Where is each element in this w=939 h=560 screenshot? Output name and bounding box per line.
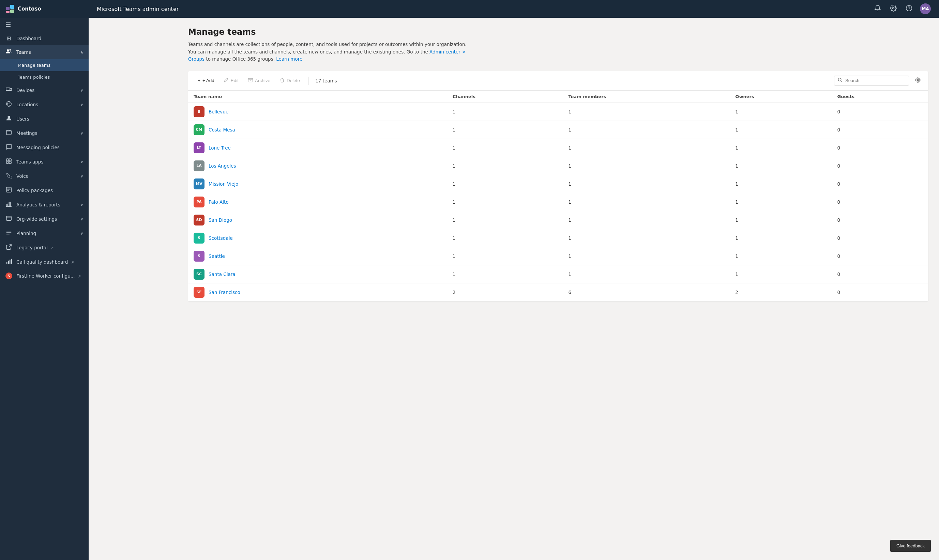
svg-rect-19 [6,162,9,163]
team-channels: 1 [447,247,563,265]
team-channels: 1 [447,265,563,283]
sidebar-label-dashboard: Dashboard [16,36,83,41]
app-logo: Contoso [5,4,41,14]
feedback-button[interactable]: Give feedback [890,540,931,552]
table-row: B Bellevue 1 1 1 0 [188,103,928,121]
page-desc-text1: Teams and channels are collections of pe… [188,42,467,54]
team-guests: 0 [832,121,928,138]
team-guests: 0 [832,138,928,157]
col-header-owners: Owners [730,91,832,103]
team-channels: 1 [447,103,563,121]
team-name-link[interactable]: Palo Alto [208,199,229,205]
user-avatar[interactable]: MA [920,3,931,14]
sidebar-label-legacy-portal: Legacy portal ↗ [16,245,83,250]
team-name-link[interactable]: Los Angeles [208,163,236,169]
sidebar-item-teams-apps[interactable]: Teams apps ∨ [0,155,89,169]
sidebar-label-devices: Devices [16,88,76,93]
team-members: 1 [563,229,730,247]
sidebar-item-call-quality[interactable]: Call quality dashboard ↗ [0,255,89,269]
sidebar-label-messaging-policies: Messaging policies [16,145,83,150]
team-members: 1 [563,175,730,193]
delete-button[interactable]: Delete [276,75,304,86]
sidebar-label-call-quality: Call quality dashboard ↗ [16,259,83,265]
sidebar-item-meetings[interactable]: Meetings ∨ [0,126,89,140]
learn-more-link[interactable]: Learn more [276,56,302,62]
team-name-link[interactable]: Seattle [208,254,225,259]
team-guests: 0 [832,193,928,211]
sidebar-item-voice[interactable]: Voice ∨ [0,169,89,183]
team-guests: 0 [832,247,928,265]
firstline-worker-ext-icon: ↗ [78,274,81,278]
team-members: 1 [563,193,730,211]
team-avatar: CM [194,124,205,135]
sidebar-item-firstline-worker[interactable]: S Firstline Worker configu... ↗ [0,269,89,283]
sidebar-label-locations: Locations [16,102,76,107]
org-settings-chevron-icon: ∨ [80,217,83,222]
team-members: 1 [563,157,730,175]
sidebar-item-teams[interactable]: Teams ∧ [0,45,89,59]
team-avatar: PA [194,197,205,208]
edit-label: Edit [231,78,239,83]
table-row: PA Palo Alto 1 1 1 0 [188,193,928,211]
sidebar-item-manage-teams[interactable]: Manage teams [0,59,89,71]
teams-table-container: + + Add Edit Archive Delete [188,71,928,302]
team-name-link[interactable]: Mission Viejo [208,181,238,187]
sidebar-item-users[interactable]: Users [0,112,89,126]
dashboard-icon: ⊞ [5,35,12,42]
sidebar-item-devices[interactable]: Devices ∨ [0,83,89,97]
col-header-team-name: Team name [188,91,447,103]
team-channels: 1 [447,211,563,229]
column-settings-button[interactable] [913,75,923,86]
sidebar-item-org-wide-settings[interactable]: Org-wide settings ∨ [0,212,89,226]
archive-button[interactable]: Archive [244,75,274,86]
teams-apps-icon [5,158,12,166]
notifications-button[interactable] [873,3,882,15]
svg-point-12 [8,116,10,118]
team-owners: 1 [730,265,832,283]
sidebar-item-policy-packages[interactable]: Policy packages [0,183,89,198]
svg-rect-36 [8,261,9,264]
sidebar-label-analytics-reports: Analytics & reports [16,202,76,208]
team-guests: 0 [832,265,928,283]
hamburger-menu[interactable]: ☰ [0,18,89,32]
sidebar-item-analytics-reports[interactable]: Analytics & reports ∨ [0,198,89,212]
sidebar-label-policy-packages: Policy packages [16,188,83,193]
delete-icon [280,78,285,83]
topbar: Microsoft Teams admin center MA [89,0,939,18]
team-name-link[interactable]: San Diego [208,217,232,223]
help-button[interactable] [904,3,914,15]
sidebar-item-teams-policies[interactable]: Teams policies [0,71,89,83]
sidebar-item-legacy-portal[interactable]: Legacy portal ↗ [0,240,89,255]
sidebar-label-teams: Teams [16,49,76,55]
page-desc-text2: to manage Office 365 groups. [206,56,275,62]
sidebar-item-messaging-policies[interactable]: Messaging policies [0,140,89,155]
users-icon [5,115,12,123]
team-name-link[interactable]: San Francisco [208,289,240,295]
page-title: Manage teams [188,27,928,37]
team-name-link[interactable]: Bellevue [208,109,228,114]
team-name-link[interactable]: Costa Mesa [208,127,235,132]
team-guests: 0 [832,175,928,193]
svg-rect-27 [9,202,11,207]
settings-button[interactable] [888,3,898,15]
meetings-chevron-icon: ∨ [80,131,83,135]
team-members: 1 [563,247,730,265]
edit-button[interactable]: Edit [220,75,243,86]
svg-rect-26 [8,203,9,206]
add-button[interactable]: + + Add [194,76,219,85]
search-input[interactable] [845,78,905,83]
svg-point-44 [838,78,841,81]
team-channels: 1 [447,229,563,247]
call-quality-ext-icon: ↗ [71,260,74,265]
team-guests: 0 [832,211,928,229]
team-name-cell: LT Lone Tree [188,138,447,157]
team-name-link[interactable]: Scottsdale [208,235,233,241]
sidebar-item-locations[interactable]: Locations ∨ [0,97,89,112]
team-name-link[interactable]: Santa Clara [208,271,236,277]
sidebar-item-planning[interactable]: Planning ∨ [0,226,89,240]
team-name-cell: SD San Diego [188,211,447,229]
sidebar-item-dashboard[interactable]: ⊞ Dashboard [0,32,89,45]
team-name-link[interactable]: Lone Tree [208,145,231,151]
team-name-cell: SC Santa Clara [188,265,447,283]
team-name-cell: CM Costa Mesa [188,121,447,138]
